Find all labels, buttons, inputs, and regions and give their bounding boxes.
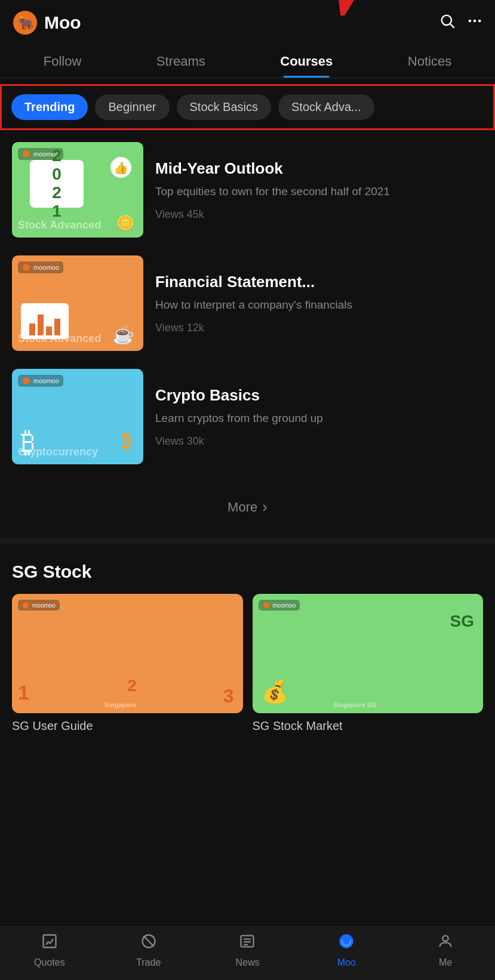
svg-line-15 — [143, 936, 154, 947]
bottom-nav-trade[interactable]: Trade — [125, 933, 173, 968]
svg-point-10 — [23, 377, 30, 384]
pill-trending[interactable]: Trending — [11, 94, 88, 120]
course-item-crypto[interactable]: moomoo ₿ ₿ Cryptocurrency Crypto Basics … — [12, 369, 483, 464]
course-info-financial: Financial Statement... How to interpret … — [155, 255, 483, 351]
section-divider — [0, 538, 495, 544]
bottom-nav-quotes[interactable]: Quotes — [26, 933, 73, 968]
sg-card-title-stock-market: SG Stock Market — [253, 719, 484, 733]
sg-thumb-user-guide: moomoo 1 2 3 Singapore — [12, 594, 243, 713]
course-views-mid-year: Views 45k — [155, 208, 483, 221]
svg-rect-13 — [43, 935, 56, 948]
svg-line-3 — [450, 24, 454, 27]
course-title-crypto: Crypto Basics — [155, 386, 483, 406]
header: 🐂 Moo — [0, 0, 495, 45]
sg-grid: moomoo 1 2 3 Singapore SG User Guide moo… — [12, 594, 483, 733]
moomoo-logo-icon: 🐂 — [12, 10, 38, 36]
course-item-mid-year[interactable]: moomoo 2021 👍 🪙 Stock Advanced Mid-Year … — [12, 142, 483, 238]
svg-point-11 — [23, 602, 29, 608]
bottom-nav-me[interactable]: Me — [422, 933, 469, 968]
course-desc-crypto: Learn cryptos from the ground up — [155, 411, 483, 427]
svg-point-6 — [478, 19, 481, 22]
bottom-nav-news[interactable]: News — [223, 933, 271, 968]
pill-stock-adva[interactable]: Stock Adva... — [278, 94, 374, 120]
bottom-nav-moo-label: Moo — [337, 957, 356, 968]
tab-streams[interactable]: Streams — [144, 45, 217, 78]
sg-section: SG Stock moomoo 1 2 3 Singapore SG User … — [0, 556, 495, 745]
course-item-financial[interactable]: moomoo ☕ Stock Advanced Financial Statem… — [12, 255, 483, 351]
bottom-nav-quotes-label: Quotes — [34, 957, 65, 968]
svg-point-21 — [343, 938, 350, 945]
nav-tabs: Follow Streams Courses Notices — [0, 45, 495, 78]
category-bar: Trending Beginner Stock Basics Stock Adv… — [2, 86, 493, 128]
red-arrow — [334, 0, 382, 18]
svg-point-4 — [469, 19, 472, 22]
more-options-icon[interactable] — [466, 13, 483, 33]
svg-point-8 — [23, 150, 30, 158]
sg-card-title-user-guide: SG User Guide — [12, 719, 243, 733]
tab-follow[interactable]: Follow — [32, 45, 94, 78]
course-thumb-crypto: moomoo ₿ ₿ Cryptocurrency — [12, 369, 143, 464]
svg-point-9 — [23, 264, 30, 271]
svg-point-22 — [442, 936, 448, 941]
more-button[interactable]: More › — [0, 488, 495, 526]
app-title: Moo — [44, 13, 81, 33]
svg-point-12 — [263, 602, 269, 608]
tab-courses[interactable]: Courses — [268, 45, 345, 78]
svg-text:🐂: 🐂 — [17, 15, 34, 31]
course-list: moomoo 2021 👍 🪙 Stock Advanced Mid-Year … — [0, 136, 495, 488]
course-info-crypto: Crypto Basics Learn cryptos from the gro… — [155, 369, 483, 464]
course-thumb-financial: moomoo ☕ Stock Advanced — [12, 255, 143, 351]
moomoo-badge-2: moomoo — [18, 261, 63, 273]
bottom-nav: Quotes Trade News — [0, 926, 495, 980]
course-title-mid-year: Mid-Year Outlook — [155, 159, 483, 179]
course-title-financial: Financial Statement... — [155, 272, 483, 292]
pill-beginner[interactable]: Beginner — [95, 94, 169, 120]
tab-notices[interactable]: Notices — [396, 45, 463, 78]
course-thumb-mid-year: moomoo 2021 👍 🪙 Stock Advanced — [12, 142, 143, 238]
news-icon — [239, 933, 256, 954]
moomoo-badge-3: moomoo — [18, 375, 63, 387]
header-left: 🐂 Moo — [12, 10, 81, 36]
course-info-mid-year: Mid-Year Outlook Top equities to own for… — [155, 142, 483, 238]
svg-point-2 — [442, 15, 451, 24]
sg-thumb-stock-market: moomoo 💰 SG Singapore SG — [253, 594, 484, 713]
course-views-financial: Views 12k — [155, 322, 483, 334]
bottom-nav-moo[interactable]: Moo — [322, 933, 370, 968]
me-icon — [437, 933, 454, 954]
category-bar-wrapper: Trending Beginner Stock Basics Stock Adv… — [0, 84, 495, 130]
thumb-label-financial: Stock Advanced — [18, 332, 101, 345]
course-desc-mid-year: Top equities to own for the second half … — [155, 184, 483, 200]
quotes-icon — [41, 933, 58, 954]
sg-card-stock-market[interactable]: moomoo 💰 SG Singapore SG SG Stock Market — [253, 594, 484, 733]
thumb-label-mid-year: Stock Advanced — [18, 219, 101, 232]
trade-icon — [140, 933, 157, 954]
moo-icon — [338, 933, 355, 954]
sg-card-user-guide[interactable]: moomoo 1 2 3 Singapore SG User Guide — [12, 594, 243, 733]
course-views-crypto: Views 30k — [155, 435, 483, 448]
pill-stock-basics[interactable]: Stock Basics — [177, 94, 271, 120]
bottom-nav-me-label: Me — [439, 957, 452, 968]
search-icon[interactable] — [439, 13, 456, 33]
sg-section-title: SG Stock — [12, 562, 483, 582]
bottom-nav-news-label: News — [235, 957, 259, 968]
header-right — [439, 13, 483, 33]
bottom-nav-trade-label: Trade — [136, 957, 161, 968]
svg-point-5 — [474, 19, 476, 22]
thumb-label-crypto: Cryptocurrency — [18, 446, 98, 458]
course-desc-financial: How to interpret a company's financials — [155, 297, 483, 313]
